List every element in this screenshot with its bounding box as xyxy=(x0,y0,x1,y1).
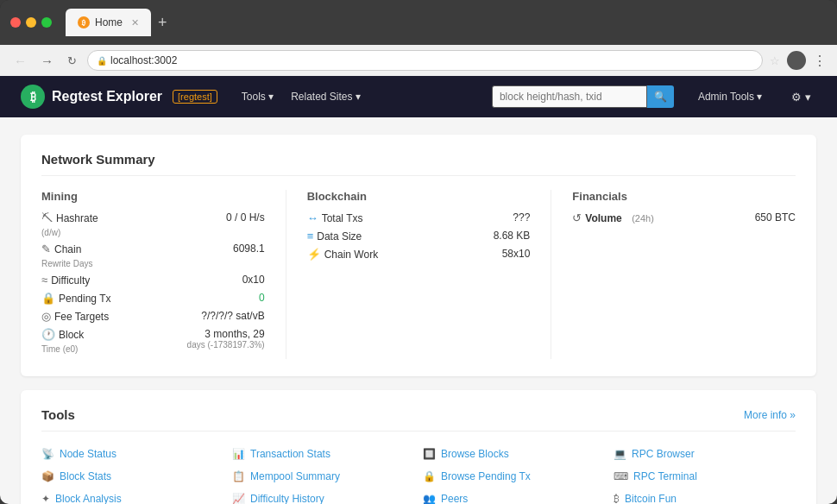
data-size-value: 8.68 KB xyxy=(494,230,531,242)
avatar[interactable] xyxy=(787,51,806,70)
block-time-row: 🕐 Block Time (e0) 3 months, 29 days (-17… xyxy=(41,328,265,354)
tab-close-button[interactable]: ✕ xyxy=(131,17,139,28)
related-sites-nav-link[interactable]: Related Sites ▾ xyxy=(284,87,368,106)
tools-grid: 📡 Node Status 📊 Transaction Stats 🔲 Brow… xyxy=(41,445,796,504)
rpc-terminal-tool[interactable]: ⌨ RPC Terminal xyxy=(614,468,796,485)
financials-section-title: Financials xyxy=(572,190,796,203)
chain-sublabel: Rewrite Days xyxy=(41,259,92,268)
summary-grid: Mining ⛏ Hashrate (d/w) 0 / 0 H/s ✎ Chai… xyxy=(41,190,796,359)
navbar: ← → ↻ 🔒 localhost:3002 ☆ ⋮ xyxy=(0,45,837,76)
tab-favicon: ₿ xyxy=(78,16,90,28)
browser-window: ₿ Home ✕ + ← → ↻ 🔒 localhost:3002 ☆ ⋮ ₿ … xyxy=(0,0,837,504)
mempool-summary-link[interactable]: Mempool Summary xyxy=(250,470,340,482)
minimize-button[interactable] xyxy=(26,17,36,28)
chain-rewrite-row: ✎ Chain Rewrite Days 6098.1 xyxy=(41,243,265,268)
back-button[interactable]: ← xyxy=(10,52,30,70)
browse-blocks-icon: 🔲 xyxy=(423,448,436,460)
search-input[interactable] xyxy=(492,85,647,108)
tab-bar: ₿ Home ✕ + xyxy=(66,9,167,36)
admin-tools-link[interactable]: Admin Tools ▾ xyxy=(691,87,769,106)
lock-icon: 🔒 xyxy=(97,56,107,66)
difficulty-icon: ≈ xyxy=(41,274,47,287)
hashrate-value: 0 / 0 H/s xyxy=(226,211,265,224)
pending-tx-label: 🔒 Pending Tx xyxy=(41,292,111,305)
rpc-browser-link[interactable]: RPC Browser xyxy=(632,448,695,460)
fee-targets-icon: ◎ xyxy=(41,310,51,323)
bitcoin-fun-icon: ₿ xyxy=(614,493,620,504)
difficulty-history-link[interactable]: Difficulty History xyxy=(250,493,324,504)
node-status-link[interactable]: Node Status xyxy=(60,448,116,460)
block-stats-link[interactable]: Block Stats xyxy=(60,470,111,482)
url-text: localhost:3002 xyxy=(110,54,177,66)
peers-icon: 👥 xyxy=(423,493,436,504)
site-nav-links: Tools ▾ Related Sites ▾ xyxy=(235,87,368,106)
site-title: Regtest Explorer xyxy=(52,89,162,104)
block-time-sublabel: Time (e0) xyxy=(41,344,78,354)
more-info-link[interactable]: More info » xyxy=(744,409,796,421)
tools-nav-link[interactable]: Tools ▾ xyxy=(235,87,280,106)
tools-header: Tools More info » xyxy=(41,407,796,432)
bitcoin-fun-link[interactable]: Bitcoin Fun xyxy=(625,493,677,504)
block-time-icon: 🕐 xyxy=(41,328,55,341)
difficulty-label: ≈ Difficulty xyxy=(41,274,90,287)
browse-pending-tx-link[interactable]: Browse Pending Tx xyxy=(441,470,531,482)
more-options-button[interactable]: ⋮ xyxy=(813,53,827,69)
node-status-tool[interactable]: 📡 Node Status xyxy=(41,445,223,463)
mining-column: Mining ⛏ Hashrate (d/w) 0 / 0 H/s ✎ Chai… xyxy=(41,190,286,359)
browse-blocks-tool[interactable]: 🔲 Browse Blocks xyxy=(423,445,605,463)
difficulty-history-tool[interactable]: 📈 Difficulty History xyxy=(232,490,414,504)
titlebar: ₿ Home ✕ + xyxy=(0,0,837,45)
block-analysis-icon: ✦ xyxy=(41,493,50,504)
browse-pending-tx-tool[interactable]: 🔒 Browse Pending Tx xyxy=(423,468,605,485)
site-logo: ₿ Regtest Explorer [regtest] xyxy=(21,85,217,109)
block-analysis-tool[interactable]: ✦ Block Analysis xyxy=(41,490,223,504)
peers-link[interactable]: Peers xyxy=(441,493,468,504)
volume-icon: ↺ xyxy=(572,211,582,224)
close-button[interactable] xyxy=(10,17,21,28)
network-summary-title: Network Summary xyxy=(41,152,796,176)
hashrate-icon: ⛏ xyxy=(41,211,53,224)
volume-row: ↺ Volume (24h) 650 BTC xyxy=(572,211,796,224)
bitcoin-fun-tool[interactable]: ₿ Bitcoin Fun xyxy=(614,490,796,504)
chain-work-icon: ⚡ xyxy=(307,248,321,261)
active-tab[interactable]: ₿ Home ✕ xyxy=(66,9,151,36)
tools-title: Tools xyxy=(41,407,75,422)
hashrate-row: ⛏ Hashrate (d/w) 0 / 0 H/s xyxy=(41,211,265,237)
chain-icon: ✎ xyxy=(41,243,51,255)
maximize-button[interactable] xyxy=(41,17,52,28)
tab-title: Home xyxy=(95,16,123,28)
browse-blocks-link[interactable]: Browse Blocks xyxy=(441,448,509,460)
refresh-button[interactable]: ↻ xyxy=(64,53,80,69)
pending-tx-row: 🔒 Pending Tx 0 xyxy=(41,292,265,305)
total-txs-row: ↔ Total Txs ??? xyxy=(307,211,531,224)
rpc-browser-tool[interactable]: 💻 RPC Browser xyxy=(614,445,796,463)
tools-card: Tools More info » 📡 Node Status 📊 Transa… xyxy=(21,390,816,504)
page-content: ₿ Regtest Explorer [regtest] Tools ▾ Rel… xyxy=(0,76,837,504)
block-analysis-link[interactable]: Block Analysis xyxy=(55,493,122,504)
data-size-icon: ≡ xyxy=(307,230,314,243)
mining-section-title: Mining xyxy=(41,190,265,203)
difficulty-value: 0x10 xyxy=(242,274,265,286)
peers-tool[interactable]: 👥 Peers xyxy=(423,490,605,504)
hashrate-sublabel: (d/w) xyxy=(41,228,60,237)
block-stats-icon: 📦 xyxy=(41,470,54,482)
search-button[interactable]: 🔍 xyxy=(647,85,674,108)
forward-button[interactable]: → xyxy=(37,52,57,70)
bookmark-icon[interactable]: ☆ xyxy=(770,54,780,67)
pending-tx-icon: 🔒 xyxy=(41,292,55,305)
block-time-label: 🕐 Block Time (e0) xyxy=(41,328,84,354)
block-stats-tool[interactable]: 📦 Block Stats xyxy=(41,468,223,485)
volume-label: ↺ Volume (24h) xyxy=(572,211,653,224)
search-bar: 🔍 xyxy=(492,85,674,108)
main-content: Network Summary Mining ⛏ Hashrate (d/w) … xyxy=(0,117,837,504)
transaction-stats-tool[interactable]: 📊 Transaction Stats xyxy=(232,445,414,463)
settings-icon[interactable]: ⚙ ▾ xyxy=(786,87,816,107)
rpc-terminal-link[interactable]: RPC Terminal xyxy=(633,470,697,482)
chain-rewrite-label: ✎ Chain Rewrite Days xyxy=(41,243,92,268)
address-bar[interactable]: 🔒 localhost:3002 xyxy=(87,50,763,71)
total-txs-icon: ↔ xyxy=(307,211,318,224)
mempool-summary-tool[interactable]: 📋 Mempool Summary xyxy=(232,468,414,485)
transaction-stats-link[interactable]: Transaction Stats xyxy=(250,448,330,460)
fee-targets-row: ◎ Fee Targets ?/?/?/? sat/vB xyxy=(41,310,265,323)
new-tab-button[interactable]: + xyxy=(158,14,167,32)
